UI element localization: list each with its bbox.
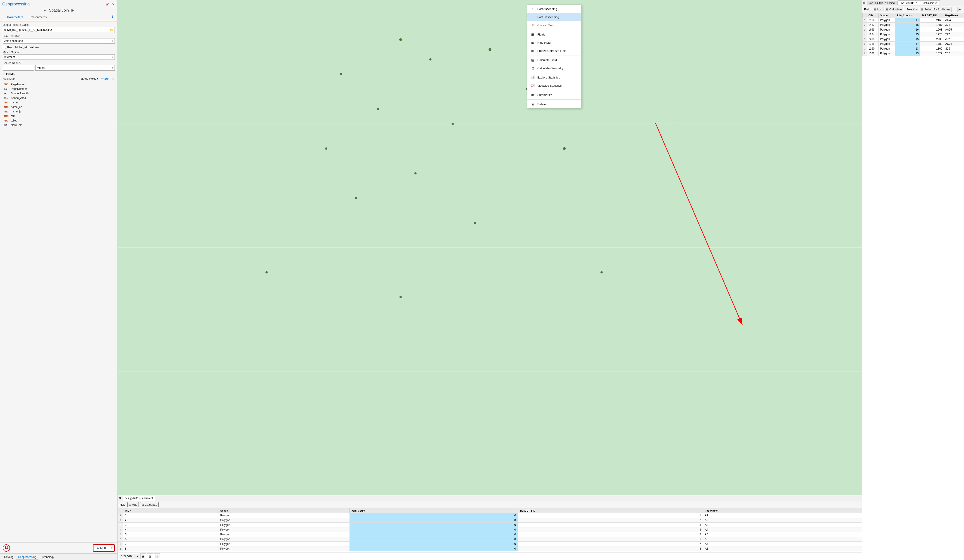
col-target-fid[interactable]: TARGET_FID (518, 508, 703, 513)
cell-oid: 7 (123, 542, 218, 547)
scale-select[interactable]: 1:22,590 (119, 554, 139, 559)
cell-pagename: Y10 (944, 51, 964, 56)
cell-shape: Polygon (879, 18, 895, 23)
right-table-icon: ⊞ (863, 2, 866, 5)
map-grid (118, 0, 862, 495)
join-operation-select[interactable]: Join one to one (3, 38, 115, 44)
menu-item-explore-stats[interactable]: 📊 Explore Statistics (528, 73, 581, 81)
right-col-target-fid[interactable]: TARGET_FID (920, 13, 944, 18)
svg-point-17 (474, 222, 476, 224)
svg-point-10 (377, 108, 379, 110)
right-data-table: OID * Shape * Join_Count ▼ TARGET_FID Pa… (862, 13, 964, 56)
list-item: 7 1160 Polygon 13 1160 S26 (863, 46, 964, 51)
cell-target-fid: 2 (518, 518, 703, 523)
close-tab-icon[interactable]: ✕ (935, 2, 937, 5)
pin-button[interactable]: 📌 (105, 2, 110, 7)
menu-item-sort-asc[interactable]: ↑ Sort Ascending (528, 5, 581, 13)
cell-join-count: 17 (895, 18, 920, 23)
menu-item-hide-field[interactable]: ▦ Hide Field (528, 39, 581, 47)
cell-join-count: 14 (895, 42, 920, 46)
add-button[interactable]: ⊕ (71, 8, 74, 13)
menu-item-fields[interactable]: ▦ Fields (528, 30, 581, 39)
tab-parameters[interactable]: Parameters (5, 14, 26, 20)
right-tab-spatial-join[interactable]: cvs_jgd2011_s_G_SpatialJoin ✕ (898, 0, 940, 5)
menu-item-sort-desc[interactable]: ↓ Sort Descending (528, 13, 581, 21)
add-fields-button[interactable]: ⊞ Add Fields ▾ (80, 77, 99, 81)
edit-button[interactable]: ✏ Edit (101, 77, 110, 81)
cell-shape: Polygon (218, 523, 350, 527)
select-by-attributes-button[interactable]: ⊟ Select By Attributes (920, 7, 952, 12)
calculate-icon: ⊟ (142, 503, 144, 506)
folder-icon[interactable]: 📁 (109, 28, 113, 32)
right-col-oid[interactable]: OID * (867, 13, 879, 18)
col-oid[interactable]: OID * (123, 508, 218, 513)
map-tool-grid[interactable]: ⊞ (140, 553, 146, 559)
menu-item-freeze[interactable]: ▦ Freeze/Unfreeze Field (528, 47, 581, 55)
field-name-nameja: name_ja (11, 110, 21, 113)
right-add-button[interactable]: ⊞ Add (872, 7, 883, 12)
map-tool-chart[interactable]: 📊 (154, 553, 160, 559)
field-type-abc-nameja: ABC (3, 111, 10, 113)
right-col-pagename[interactable]: PageName (944, 13, 964, 18)
output-feature-class-input[interactable]: 📁 (3, 27, 115, 33)
bottom-tab-symbology[interactable]: Symbology (39, 555, 56, 560)
right-col-shape[interactable]: Shape * (879, 13, 895, 18)
search-radius-input[interactable] (3, 65, 34, 71)
svg-point-11 (325, 147, 327, 150)
menu-item-viz-stats[interactable]: 📈 Visualize Statistics (528, 81, 581, 90)
map-area[interactable]: ↑ Sort Ascending ↓ Sort Descending ⇅ Cus… (118, 0, 862, 495)
freeze-label: Freeze/Unfreeze Field (537, 49, 567, 52)
hide-field-label: Hide Field (537, 41, 551, 44)
menu-item-delete[interactable]: 🗑 Delete (528, 100, 581, 108)
col-shape[interactable]: Shape * (218, 508, 350, 513)
bottom-tab-geoprocessing[interactable]: Geoprocessing (16, 555, 39, 560)
menu-item-calc-geom[interactable]: ◻ Calculate Geometry (528, 64, 581, 72)
menu-item-calc-field[interactable]: ▤ Calculate Field (528, 56, 581, 64)
row-number: 2 (863, 23, 867, 28)
match-option-select[interactable]: Intersect (3, 54, 115, 60)
edit-label: Edit (104, 77, 109, 80)
run-button[interactable]: ▶ Run (93, 545, 109, 551)
calculate-button[interactable]: ⊟ Calculate (140, 502, 159, 507)
close-button[interactable]: ✕ (112, 2, 115, 7)
edit-icon: ✏ (101, 77, 104, 80)
cell-pagename: A1 (703, 513, 862, 518)
field-item-shapelength: 0.01 Shape_Length (3, 91, 115, 96)
field-name-newfield: NewField (11, 124, 22, 127)
output-feature-class-field[interactable] (4, 28, 102, 31)
menu-separator-2 (528, 55, 581, 55)
right-tab-project[interactable]: cvs_jgd2011_s_Project (867, 1, 898, 5)
table-tab-project[interactable]: cvs_jgd2011_s_Project (122, 496, 155, 501)
menu-item-custom-sort[interactable]: ⇅ Custom Sort (528, 21, 581, 29)
cell-shape: Polygon (218, 518, 350, 523)
cell-shape: Polygon (879, 42, 895, 46)
keep-all-checkbox[interactable] (3, 46, 6, 49)
right-field-label: Field: (864, 8, 871, 11)
cell-pagename: S26 (944, 46, 964, 51)
cell-join-count: 13 (895, 51, 920, 56)
cell-oid: 1160 (867, 46, 879, 51)
cell-shape: Polygon (218, 547, 350, 551)
bottom-tab-catalog[interactable]: Catalog (2, 555, 16, 560)
search-radius-unit-select[interactable]: Meters (35, 65, 115, 71)
field-name-shapelength: Shape_Length (11, 92, 29, 95)
reorder-button[interactable]: ≡ (111, 77, 115, 81)
right-calculate-button[interactable]: ⊟ Calculate (885, 7, 903, 12)
map-tool-table[interactable]: ⊟ (147, 553, 153, 559)
run-dropdown-button[interactable]: ▾ (109, 545, 114, 551)
right-col-join-count[interactable]: Join_Count ▼ (895, 13, 920, 18)
col-pagename[interactable]: PageName (703, 508, 862, 513)
col-join-count[interactable]: Join_Count (350, 508, 518, 513)
svg-point-16 (355, 197, 357, 199)
cell-target-fid: 7 (518, 542, 703, 547)
back-button[interactable]: ← (44, 8, 47, 13)
list-item: 6 1788 Polygon 14 1788 AC24 (863, 42, 964, 46)
fields-toggle[interactable]: ▼ (3, 73, 5, 76)
add-field-button[interactable]: ⊞ Add (127, 502, 139, 507)
cell-shape: Polygon (879, 37, 895, 42)
custom-sort-label: Custom Sort (537, 24, 554, 27)
right-scroll-right[interactable]: ▶ (957, 7, 962, 12)
menu-item-summarize[interactable]: ▦ Summarize (528, 91, 581, 99)
help-button[interactable]: ℹ (112, 14, 113, 20)
tab-environments[interactable]: Environments (26, 14, 49, 20)
